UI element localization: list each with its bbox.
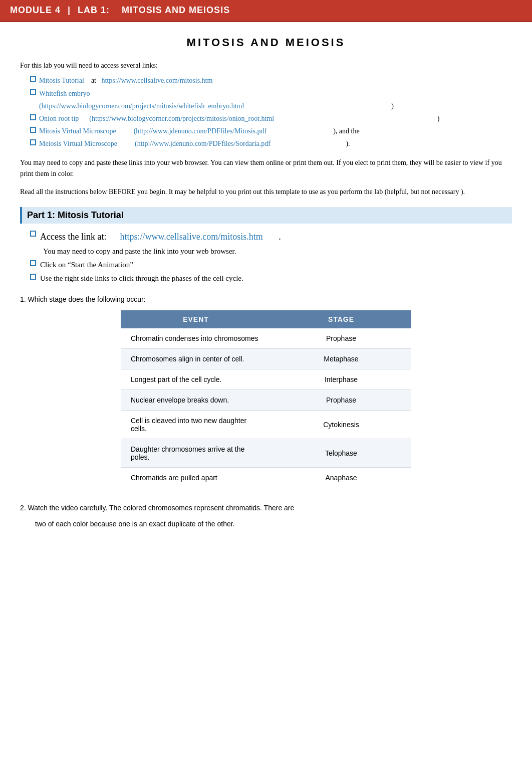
- table-cell-event: Chromatids are pulled apart: [121, 468, 271, 488]
- main-content: For this lab you will need to access sev…: [0, 60, 532, 550]
- mitosis-tutorial-url[interactable]: https://www.cellsalive.com/mitosis.htm: [101, 77, 212, 84]
- table-cell-event: Daughter chromosomes arrive at the poles…: [121, 439, 271, 468]
- stage-table: EVENT STAGE Chromatin condenses into chr…: [121, 310, 411, 488]
- whitefish-label[interactable]: Whitefish embryo: [39, 90, 90, 97]
- paragraph1: You may need to copy and paste these lin…: [20, 157, 512, 180]
- table-cell-stage: Cytokinesis: [271, 411, 411, 439]
- mitosis-tutorial-link[interactable]: Mitosis Tutorial: [39, 77, 84, 84]
- table-row: Longest part of the cell cycle.Interphas…: [121, 369, 411, 390]
- table-cell-stage: Prophase: [271, 390, 411, 411]
- part1-list: Access the link at: https://www.cellsali…: [30, 229, 512, 285]
- list-item: Meiosis Virtual Microscope (http://www.j…: [30, 137, 512, 150]
- table-cell-event: Chromosomes align in center of cell.: [121, 349, 271, 369]
- onion-url[interactable]: (https://www.biologycorner.com/projects/…: [89, 115, 274, 122]
- meiosis-microscope-url[interactable]: (http://www.jdenuno.com/PDFfiles/Sordari…: [135, 140, 271, 147]
- links-list: Mitosis Tutorial at https://www.cellsali…: [30, 74, 512, 150]
- table-header-event: EVENT: [121, 310, 271, 328]
- table-row: Nuclear envelope breaks down.Prophase: [121, 390, 411, 411]
- bullet-icon: [30, 260, 36, 266]
- bullet-icon: [30, 231, 36, 237]
- part1-url[interactable]: https://www.cellsalive.com/mitosis.htm: [120, 232, 262, 242]
- bullet-icon: [30, 127, 36, 133]
- step2-text: Use the right side links to click throug…: [40, 272, 243, 285]
- list-item: Mitosis Tutorial at https://www.cellsali…: [30, 74, 512, 87]
- table-cell-event: Longest part of the cell cycle.: [121, 369, 271, 390]
- table-row: Daughter chromosomes arrive at the poles…: [121, 439, 411, 468]
- onion-label[interactable]: Onion root tip: [39, 115, 79, 122]
- table-cell-stage: Telophase: [271, 439, 411, 468]
- table-row: Chromatids are pulled apartAnaphase: [121, 468, 411, 488]
- bullet-icon: [30, 89, 36, 95]
- table-cell-stage: Prophase: [271, 328, 411, 349]
- intro-text: For this lab you will need to access sev…: [20, 60, 512, 71]
- meiosis-microscope-label[interactable]: Meiosis Virtual Microscope: [39, 140, 117, 147]
- paragraph2: Read all the instructions below BEFORE y…: [20, 186, 512, 198]
- step0-text: You may need to copy and paste the link …: [43, 245, 236, 258]
- bullet-icon: [30, 274, 36, 280]
- table-cell-stage: Interphase: [271, 369, 411, 390]
- list-item-step0: You may need to copy and paste the link …: [30, 245, 512, 258]
- question2-line2: two of each color because one is an exac…: [35, 518, 512, 530]
- table-row: Chromosomes align in center of cell.Meta…: [121, 349, 411, 369]
- lab-label: LAB 1:: [78, 5, 110, 15]
- module-label: MODULE 4: [10, 5, 61, 15]
- table-cell-event: Cell is cleaved into two new daughter ce…: [121, 411, 271, 439]
- question2-line1: 2. Watch the video carefully. The colore…: [20, 502, 512, 514]
- table-cell-stage: Anaphase: [271, 468, 411, 488]
- table-row: Chromatin condenses into chromosomesProp…: [121, 328, 411, 349]
- mitosis-microscope-label[interactable]: Mitosis Virtual Microscope: [39, 127, 116, 135]
- table-cell-event: Nuclear envelope breaks down.: [121, 390, 271, 411]
- table-cell-event: Chromatin condenses into chromosomes: [121, 328, 271, 349]
- bullet-icon: [30, 139, 36, 145]
- page-title: MITOSIS AND MEIOSIS: [0, 36, 532, 49]
- access-label: Access the link at:: [40, 232, 106, 242]
- list-item-step1: Click on “Start the Animation”: [30, 258, 512, 272]
- list-item: Whitefish embryo (https://www.biologycor…: [30, 87, 512, 112]
- bullet-icon: [30, 76, 36, 82]
- header-bar: MODULE 4 | LAB 1: MITOSIS AND MEIOSIS: [0, 0, 532, 22]
- part1-header: Part 1: Mitosis Tutorial: [20, 207, 512, 224]
- table-row: Cell is cleaved into two new daughter ce…: [121, 411, 411, 439]
- header-title: MITOSIS AND MEIOSIS: [122, 5, 230, 15]
- question1-text: 1. Which stage does the following occur:: [20, 295, 512, 303]
- table-header-stage: STAGE: [271, 310, 411, 328]
- list-item-step2: Use the right side links to click throug…: [30, 272, 512, 285]
- table-cell-stage: Metaphase: [271, 349, 411, 369]
- list-item: Onion root tip (https://www.biologycorne…: [30, 112, 512, 125]
- list-item: Mitosis Virtual Microscope (http://www.j…: [30, 125, 512, 137]
- mitosis-microscope-url[interactable]: (http://www.jdenuno.com/PDFfiles/Mitosis…: [134, 127, 267, 135]
- whitefish-url[interactable]: (https://www.biologycorner.com/projects/…: [39, 102, 244, 110]
- pipe-separator: |: [68, 5, 71, 15]
- step1-text: Click on “Start the Animation”: [40, 258, 133, 272]
- list-item-access: Access the link at: https://www.cellsali…: [30, 229, 512, 245]
- bullet-icon: [30, 114, 36, 120]
